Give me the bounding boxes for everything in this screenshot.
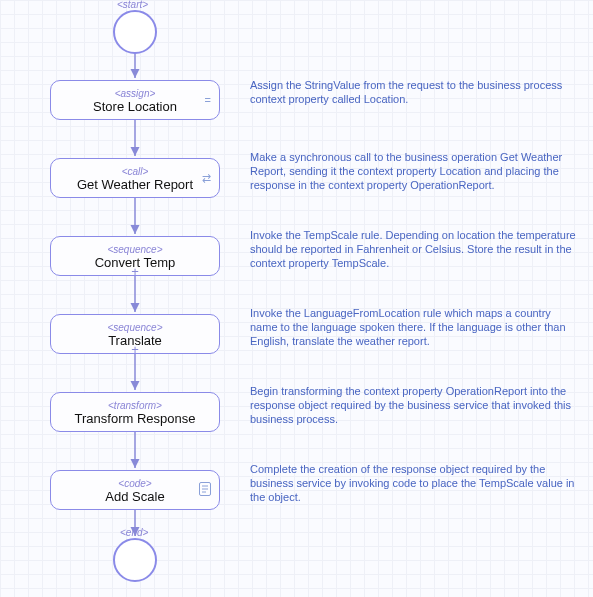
- node-label: Add Scale: [105, 489, 164, 504]
- call-icon: ⇄: [202, 172, 211, 185]
- annotation-get-weather-report: Make a synchronous call to the business …: [250, 150, 580, 192]
- end-node[interactable]: [113, 538, 157, 582]
- annotation-store-location: Assign the StringValue from the request …: [250, 78, 580, 106]
- code-node-add-scale[interactable]: <code> Add Scale: [50, 470, 220, 510]
- bpl-diagram: <start> <assign> Store Location = Assign…: [0, 0, 593, 597]
- start-node[interactable]: [113, 10, 157, 54]
- code-icon: [199, 482, 211, 498]
- assign-node-store-location[interactable]: <assign> Store Location =: [50, 80, 220, 120]
- transform-node-transform-response[interactable]: <transform> Transform Response: [50, 392, 220, 432]
- node-label: Transform Response: [75, 411, 196, 426]
- node-label: Store Location: [93, 99, 177, 114]
- node-type: <sequence>: [107, 245, 162, 255]
- node-type: <transform>: [108, 401, 162, 411]
- node-type: <code>: [118, 479, 151, 489]
- annotation-add-scale: Complete the creation of the response ob…: [250, 462, 580, 504]
- assign-icon: =: [205, 94, 211, 106]
- call-node-get-weather-report[interactable]: <call> Get Weather Report ⇄: [50, 158, 220, 198]
- plus-icon: +: [131, 344, 139, 355]
- sequence-node-convert-temp[interactable]: <sequence> Convert Temp +: [50, 236, 220, 276]
- annotation-translate: Invoke the LanguageFromLocation rule whi…: [250, 306, 580, 348]
- node-type: <call>: [122, 167, 149, 177]
- annotation-convert-temp: Invoke the TempScale rule. Depending on …: [250, 228, 580, 270]
- node-type: <assign>: [115, 89, 156, 99]
- end-label: <end>: [120, 527, 148, 538]
- node-label: Get Weather Report: [77, 177, 193, 192]
- start-label: <start>: [117, 0, 148, 10]
- node-type: <sequence>: [107, 323, 162, 333]
- plus-icon: +: [131, 266, 139, 277]
- sequence-node-translate[interactable]: <sequence> Translate +: [50, 314, 220, 354]
- annotation-transform-response: Begin transforming the context property …: [250, 384, 580, 426]
